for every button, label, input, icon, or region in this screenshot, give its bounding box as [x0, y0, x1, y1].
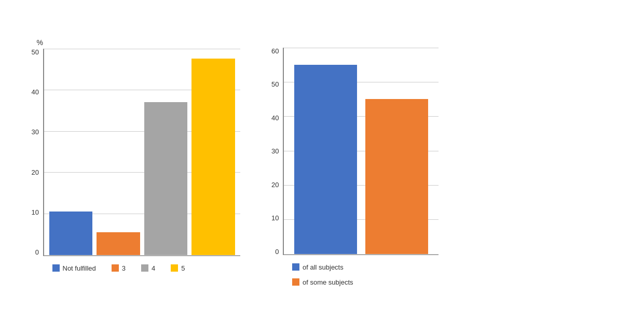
- grid-line: [44, 255, 240, 256]
- y-label: 0: [275, 248, 279, 255]
- chart-bar: [97, 232, 140, 255]
- y-label: 50: [32, 49, 39, 55]
- legend-color-box: [141, 264, 148, 272]
- y-label: 10: [32, 209, 39, 216]
- legend-label: of all subjects: [303, 263, 344, 271]
- chart-bar: [191, 59, 235, 255]
- legend-item: of all subjects: [292, 263, 353, 271]
- legend-color-box: [52, 264, 60, 272]
- chart2-plot: [283, 48, 439, 255]
- y-label: 0: [35, 249, 39, 256]
- y-label: 40: [271, 115, 279, 121]
- chart2-area: 6050403020100: [271, 38, 439, 255]
- y-label: 40: [32, 89, 39, 95]
- y-label: 20: [271, 181, 279, 188]
- grid-line: [284, 254, 439, 255]
- legend-color-box: [112, 264, 119, 272]
- legend-item: 5: [171, 264, 185, 272]
- chart1-legend: Not fulfilled345: [32, 264, 185, 272]
- legend-color-box: [171, 264, 178, 272]
- y-label: 30: [32, 129, 39, 135]
- legend-color-box: [292, 278, 299, 286]
- chart1-plot: [43, 49, 240, 256]
- legend-item: Not fulfilled: [52, 264, 96, 272]
- chart-bar: [49, 212, 93, 255]
- legend-item: of some subjects: [292, 278, 353, 286]
- chart-bar: [294, 65, 357, 254]
- chart1-y-axis: 50403020100: [32, 49, 39, 256]
- chart1-wrapper: % 50403020100 Not fulfilled345: [32, 38, 240, 272]
- chart1-y-title: %: [37, 38, 43, 47]
- chart1-area: % 50403020100: [32, 38, 240, 256]
- y-label: 30: [271, 148, 279, 154]
- chart2-legend: of all subjectsof some subjects: [271, 263, 353, 286]
- y-label: 20: [32, 169, 39, 176]
- chart-bar: [144, 102, 188, 255]
- chart2-y-axis: 6050403020100: [271, 48, 279, 255]
- chart-bar: [365, 99, 428, 254]
- chart2-wrapper: 6050403020100 of all subjectsof some sub…: [271, 38, 439, 286]
- legend-item: 4: [141, 264, 155, 272]
- y-label: 50: [271, 81, 279, 88]
- legend-color-box: [292, 263, 299, 271]
- legend-item: 3: [112, 264, 126, 272]
- y-label: 60: [271, 48, 279, 54]
- legend-label: 5: [181, 264, 185, 272]
- legend-label: 4: [152, 264, 155, 272]
- y-label: 10: [271, 215, 279, 221]
- charts-container: % 50403020100 Not fulfilled345 605040302…: [16, 28, 628, 297]
- legend-label: Not fulfilled: [63, 264, 96, 272]
- legend-label: 3: [122, 264, 126, 272]
- legend-label: of some subjects: [303, 278, 353, 286]
